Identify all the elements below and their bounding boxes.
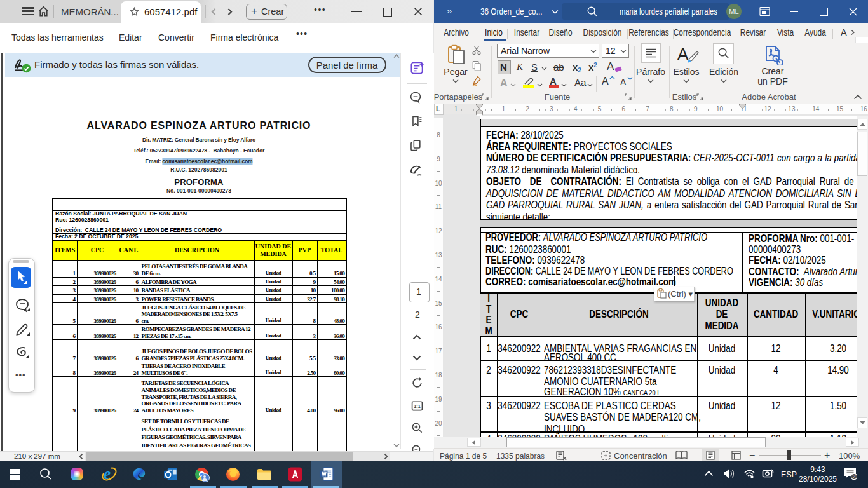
svg-text:1:1: 1:1 (414, 404, 420, 409)
svg-text:2: 2 (853, 473, 856, 480)
